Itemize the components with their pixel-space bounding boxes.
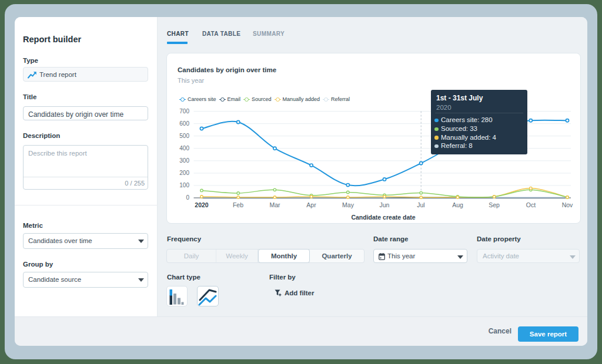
svg-text:200: 200 xyxy=(179,170,189,176)
svg-text:0: 0 xyxy=(186,194,189,201)
svg-text:Oct: Oct xyxy=(526,201,536,208)
svg-text:Aug: Aug xyxy=(452,201,463,208)
svg-text:300: 300 xyxy=(179,157,189,164)
svg-text:May: May xyxy=(342,201,354,208)
svg-text:Feb: Feb xyxy=(233,201,243,208)
svg-text:600: 600 xyxy=(179,120,189,127)
svg-text:Jun: Jun xyxy=(380,201,390,208)
svg-text:Apr: Apr xyxy=(306,201,316,208)
svg-text:400: 400 xyxy=(179,145,189,151)
svg-text:Candidate create date: Candidate create date xyxy=(351,214,415,221)
svg-text:Nov: Nov xyxy=(562,201,573,208)
svg-text:500: 500 xyxy=(179,133,189,139)
svg-text:Mar: Mar xyxy=(269,201,280,208)
svg-text:2020: 2020 xyxy=(195,201,209,208)
svg-text:Sep: Sep xyxy=(489,201,500,208)
svg-text:Jul: Jul xyxy=(417,201,424,208)
svg-text:700: 700 xyxy=(179,108,189,114)
svg-text:100: 100 xyxy=(179,182,189,188)
